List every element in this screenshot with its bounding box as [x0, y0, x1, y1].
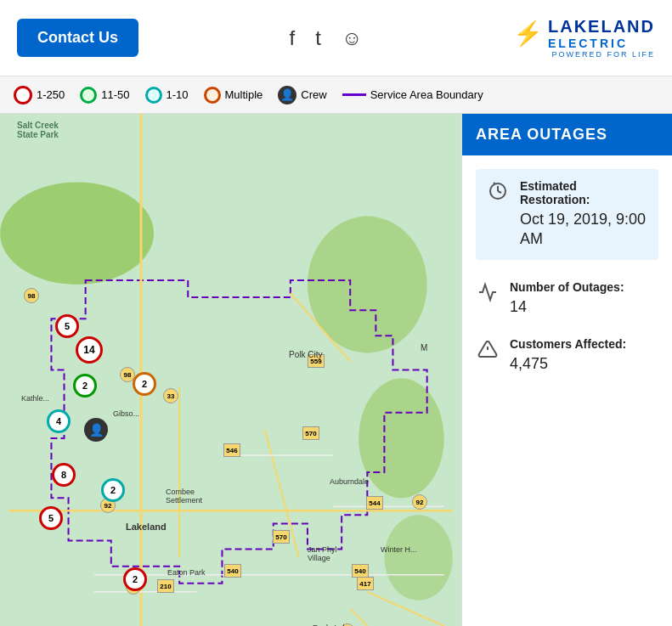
customers-label: Customers Affected:	[510, 337, 626, 351]
hwy-98-badge-1: 98	[24, 288, 39, 303]
facebook-icon[interactable]: f	[290, 26, 296, 50]
legend-1-250: 1-250	[14, 86, 65, 104]
map-background: Salt CreekState Park 98 98 33 92 92 559 …	[0, 114, 461, 626]
city-winter-haven: Winter H...	[381, 545, 417, 554]
legend-crew: 👤 Crew	[278, 86, 326, 104]
legend-label-1-250: 1-250	[37, 88, 65, 101]
svg-line-18	[498, 191, 501, 193]
warning-icon	[476, 337, 500, 361]
outage-marker-4[interactable]: 4	[47, 409, 71, 433]
outages-value: 14	[510, 297, 624, 317]
legend-multiple: Multiple	[204, 87, 263, 104]
logo-tagline: POWERED FOR LIFE	[551, 50, 655, 59]
outage-marker-14[interactable]: 14	[76, 336, 103, 364]
side-panel: AREA OUTAGES Estimated Restoration: Oct …	[461, 114, 672, 626]
legend-bar: 1-250 11-50 1-10 Multiple 👤 Crew Service…	[0, 76, 672, 114]
panel-content: Estimated Restoration: Oct 19, 2019, 9:0…	[462, 155, 672, 409]
social-links: f t ☺	[290, 26, 363, 50]
outage-marker-5a[interactable]: 5	[55, 314, 79, 338]
legend-label-11-50: 11-50	[101, 88, 129, 101]
road-540-badge-2: 540	[352, 564, 369, 578]
logo-brand: LAKELAND	[548, 17, 655, 37]
crew-marker[interactable]: 👤	[84, 418, 108, 442]
outages-item: Number of Outages: 14	[476, 280, 658, 317]
logo-sub: ELECTRIC	[548, 37, 655, 50]
city-kathleen: Kathle...	[21, 394, 49, 403]
clock-icon	[486, 179, 510, 203]
city-gibsonia: Gibso...	[113, 409, 139, 418]
road-210-badge: 210	[157, 579, 174, 593]
customers-value: 4,475	[510, 354, 626, 374]
hwy-33-badge: 33	[163, 388, 178, 403]
city-auburndale: Auburndale	[330, 477, 369, 486]
map-area[interactable]: Salt CreekState Park 98 98 33 92 92 559 …	[0, 114, 461, 626]
header: Contact Us f t ☺ ⚡ LAKELAND ELECTRIC POW…	[0, 0, 672, 76]
svg-line-19	[494, 183, 495, 184]
outages-label: Number of Outages:	[510, 280, 624, 294]
twitter-icon[interactable]: t	[315, 26, 321, 50]
instagram-icon[interactable]: ☺	[342, 26, 363, 50]
road-570-badge-2: 570	[273, 530, 290, 544]
outage-icon	[476, 280, 500, 304]
hwy-92-badge-2: 92	[412, 494, 427, 510]
main-content: Salt CreekState Park 98 98 33 92 92 559 …	[0, 114, 672, 626]
legend-1-10: 1-10	[145, 87, 189, 104]
outage-marker-2b[interactable]: 2	[73, 374, 97, 398]
outage-marker-2a[interactable]: 2	[133, 372, 156, 396]
city-jan-phyl: Jan PhylVillage	[308, 545, 337, 562]
restoration-value: Oct 19, 2019, 9:00 AM	[520, 210, 648, 250]
restoration-label: Estimated Restoration:	[520, 179, 648, 206]
city-eaton-park: Eaton Park	[167, 568, 206, 577]
outage-marker-5b[interactable]: 5	[39, 506, 63, 530]
city-polk-city: Polk City	[289, 350, 322, 359]
legend-label-crew: Crew	[301, 88, 326, 101]
map-edge-m: M	[421, 343, 427, 352]
legend-label-boundary: Service Area Boundary	[370, 88, 483, 101]
outage-marker-2c[interactable]: 2	[101, 478, 125, 502]
outage-marker-8[interactable]: 8	[52, 463, 76, 487]
legend-boundary: Service Area Boundary	[342, 88, 483, 101]
city-combee: CombeeSettlement	[166, 488, 202, 505]
road-540-badge-1: 540	[224, 564, 241, 578]
customers-item: Customers Affected: 4,475	[476, 337, 658, 374]
road-570-badge-1: 570	[302, 426, 319, 440]
legend-label-1-10: 1-10	[167, 88, 189, 101]
road-544-badge: 544	[366, 496, 383, 510]
city-lakeland: Lakeland	[126, 522, 167, 532]
road-417-badge: 417	[357, 577, 374, 590]
legend-11-50: 11-50	[80, 87, 129, 104]
legend-label-multiple: Multiple	[225, 88, 263, 101]
road-546-badge: 546	[223, 443, 240, 457]
panel-header: AREA OUTAGES	[462, 114, 672, 155]
outage-marker-2d[interactable]: 2	[123, 567, 147, 591]
park-label: Salt CreekState Park	[17, 121, 59, 139]
company-logo: ⚡ LAKELAND ELECTRIC POWERED FOR LIFE	[513, 17, 655, 59]
svg-point-3	[359, 379, 444, 499]
svg-point-4	[384, 515, 452, 601]
contact-button[interactable]: Contact Us	[17, 19, 138, 57]
restoration-item: Estimated Restoration: Oct 19, 2019, 9:0…	[476, 169, 658, 260]
svg-point-1	[0, 182, 154, 285]
